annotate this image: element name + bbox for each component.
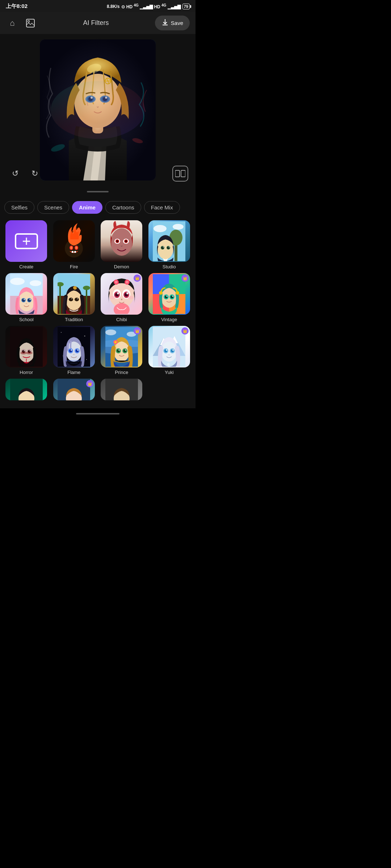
- partial-thumb1: [5, 379, 47, 400]
- svg-point-118: [20, 352, 27, 354]
- filter-create[interactable]: Create: [3, 220, 50, 272]
- svg-rect-23: [181, 170, 185, 177]
- filter-fire[interactable]: Fire: [51, 220, 98, 272]
- save-button[interactable]: Save: [155, 16, 190, 30]
- svg-point-105: [166, 295, 168, 297]
- preview-controls: ↺ ↻: [0, 166, 196, 182]
- svg-point-107: [159, 291, 163, 295]
- svg-point-106: [172, 295, 173, 297]
- filter-flame[interactable]: Flame: [51, 326, 98, 378]
- chibi-thumb: 👑: [101, 273, 142, 315]
- svg-rect-0: [26, 19, 34, 27]
- svg-point-140: [114, 341, 117, 343]
- svg-point-42: [125, 240, 127, 242]
- svg-point-74: [69, 298, 73, 301]
- svg-text:❄: ❄: [167, 362, 170, 367]
- top-nav: ⌂ AI Filters Save: [0, 12, 196, 34]
- horror-thumb: [5, 326, 47, 367]
- svg-point-136: [105, 329, 116, 335]
- filter-tradition[interactable]: Tradition: [51, 273, 98, 325]
- svg-point-41: [116, 240, 118, 242]
- demon-thumb: [101, 220, 142, 262]
- filter-demon[interactable]: Demon: [98, 220, 145, 272]
- filter-horror[interactable]: Horror: [3, 326, 50, 378]
- tab-facemix[interactable]: Face Mix: [144, 201, 180, 214]
- compare-button[interactable]: [172, 166, 188, 182]
- filter-prince[interactable]: 👑: [98, 326, 145, 378]
- svg-point-58: [30, 280, 41, 286]
- svg-point-92: [110, 296, 115, 299]
- svg-rect-70: [86, 289, 87, 314]
- fire-thumb: [53, 220, 95, 262]
- filter-horror-label: Horror: [20, 370, 33, 375]
- svg-point-145: [118, 349, 120, 351]
- svg-point-54: [169, 246, 170, 247]
- filter-flame-label: Flame: [67, 370, 80, 375]
- svg-point-83: [126, 281, 129, 284]
- network-speed: 8.8K/s: [107, 4, 119, 9]
- filter-partial-3[interactable]: [98, 379, 145, 405]
- svg-rect-68: [59, 285, 61, 314]
- svg-point-71: [83, 286, 90, 290]
- filter-yuki-label: Yuki: [165, 370, 174, 375]
- filter-school[interactable]: School: [3, 273, 50, 325]
- prince-crown: 👑: [134, 327, 141, 335]
- filter-vintage[interactable]: 👑: [146, 273, 193, 325]
- filter-prince-label: Prince: [115, 370, 128, 375]
- home-indicator: [76, 413, 119, 414]
- svg-point-64: [24, 299, 25, 300]
- svg-point-117: [29, 350, 31, 352]
- svg-rect-33: [74, 251, 76, 253]
- partial2-crown: 👑: [86, 380, 93, 387]
- svg-point-132: [77, 349, 79, 351]
- bottom-bar: [0, 408, 196, 419]
- save-label: Save: [171, 20, 183, 26]
- tab-scenes[interactable]: Scenes: [37, 201, 69, 214]
- tab-anime[interactable]: Anime: [72, 201, 102, 214]
- svg-point-53: [163, 246, 164, 247]
- svg-point-81: [115, 281, 118, 284]
- vintage-crown: 👑: [181, 275, 189, 282]
- filter-partial-1[interactable]: [3, 379, 50, 405]
- filter-studio[interactable]: Studio: [146, 220, 193, 272]
- tab-selfies[interactable]: Selfies: [4, 201, 34, 214]
- filter-partial-2[interactable]: 👑: [51, 379, 98, 405]
- svg-rect-22: [175, 170, 180, 177]
- filter-chibi[interactable]: 👑: [98, 273, 145, 325]
- svg-point-77: [77, 298, 78, 299]
- redo-button[interactable]: ↻: [27, 166, 43, 182]
- svg-point-44: [154, 225, 167, 232]
- svg-point-75: [75, 298, 79, 301]
- tradition-thumb: [53, 273, 95, 315]
- svg-point-119: [26, 352, 33, 354]
- svg-point-90: [117, 292, 119, 294]
- undo-button[interactable]: ↺: [7, 166, 23, 182]
- filter-vintage-label: Vintage: [161, 317, 177, 322]
- svg-point-1: [28, 20, 30, 22]
- svg-point-122: [61, 332, 62, 333]
- filter-tabs: Selfies Scenes Anime Cartoons Face Mix: [0, 197, 196, 217]
- anime-preview-svg: ♪: [40, 39, 156, 180]
- gallery-button[interactable]: [24, 17, 37, 30]
- svg-point-157: [166, 349, 167, 351]
- partial-thumb3: [101, 379, 142, 400]
- svg-point-21: [51, 81, 145, 139]
- filter-yuki[interactable]: 👑: [146, 326, 193, 378]
- status-time: 上午8:02: [6, 3, 28, 10]
- filter-demon-label: Demon: [114, 264, 129, 269]
- svg-point-131: [71, 349, 72, 351]
- filter-fire-label: Fire: [70, 264, 78, 269]
- preview-area: ♪ ↺ ↻: [0, 34, 196, 186]
- svg-point-93: [128, 296, 134, 299]
- tab-cartoons[interactable]: Cartoons: [105, 201, 141, 214]
- svg-point-108: [176, 291, 179, 295]
- svg-point-65: [29, 299, 31, 300]
- chibi-crown: 👑: [134, 275, 141, 282]
- svg-point-158: [172, 349, 174, 351]
- svg-point-76: [71, 298, 72, 299]
- home-button[interactable]: ⌂: [6, 17, 19, 30]
- svg-point-91: [126, 292, 129, 294]
- svg-point-31: [75, 246, 77, 249]
- svg-point-94: [121, 299, 122, 300]
- drag-handle: [87, 191, 109, 192]
